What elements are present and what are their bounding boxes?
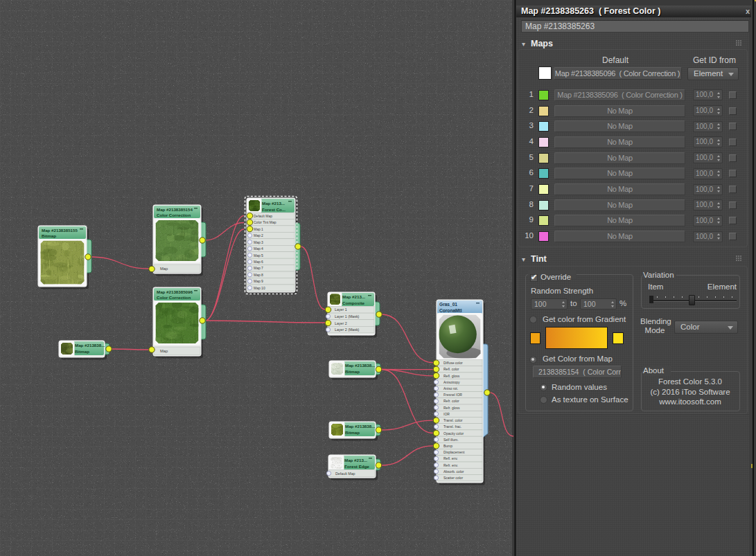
svg-text:Map: Map xyxy=(160,267,168,271)
svg-text:Forest Edge: Forest Edge xyxy=(344,464,369,469)
svg-text:Diffuse color: Diffuse color xyxy=(443,361,463,365)
svg-text:Refr. color: Refr. color xyxy=(443,399,459,403)
svg-text:Map 1: Map 1 xyxy=(254,227,263,231)
svg-text:Transl. color: Transl. color xyxy=(443,418,463,422)
svg-text:Refl. color: Refl. color xyxy=(443,367,459,371)
svg-text:Refr. env.: Refr. env. xyxy=(443,463,458,467)
svg-text:Map #213...: Map #213... xyxy=(262,201,285,206)
svg-text:Map: Map xyxy=(160,349,168,353)
svg-text:Map 9: Map 9 xyxy=(254,279,263,283)
svg-text:Default Map: Default Map xyxy=(254,214,272,218)
svg-text:Map 6: Map 6 xyxy=(254,260,263,264)
svg-text:Refr. gloss: Refr. gloss xyxy=(443,406,460,410)
svg-text:Opacity color: Opacity color xyxy=(443,431,464,436)
svg-text:Map 10: Map 10 xyxy=(254,286,265,290)
svg-text:Refl. gloss: Refl. gloss xyxy=(443,374,460,378)
svg-text:Map #213838...: Map #213838... xyxy=(345,424,376,429)
svg-text:Refl. env.: Refl. env. xyxy=(443,456,458,460)
svg-text:Color Tint Map: Color Tint Map xyxy=(254,220,276,224)
svg-text:Scatter color: Scatter color xyxy=(443,476,463,480)
svg-text:Composite: Composite xyxy=(342,301,365,305)
svg-text:Map 4: Map 4 xyxy=(254,246,263,251)
svg-text:Bitmap: Bitmap xyxy=(42,233,56,238)
svg-text:Layer 2: Layer 2 xyxy=(335,321,347,325)
svg-text:Absorb. color: Absorb. color xyxy=(443,469,464,474)
svg-text:Displacement: Displacement xyxy=(443,450,465,454)
svg-text:Map 8: Map 8 xyxy=(254,273,263,277)
svg-text:Fresnel IOR: Fresnel IOR xyxy=(443,393,462,397)
svg-text:Map #213838...: Map #213838... xyxy=(75,343,105,348)
svg-text:IOR: IOR xyxy=(443,412,450,416)
svg-text:Map #213838...: Map #213838... xyxy=(345,363,376,368)
svg-text:Aniso rot.: Aniso rot. xyxy=(443,386,458,391)
svg-text:Layer 2 (Mask): Layer 2 (Mask) xyxy=(335,328,360,332)
svg-text:Map 2: Map 2 xyxy=(254,233,263,237)
svg-text:Map #213...: Map #213... xyxy=(344,458,367,463)
svg-text:Default Map: Default Map xyxy=(335,472,355,476)
svg-text:CoronaMtl: CoronaMtl xyxy=(439,308,462,313)
svg-text:Bitmap: Bitmap xyxy=(345,369,360,374)
svg-text:Self illum.: Self illum. xyxy=(443,438,459,442)
svg-text:Map 7: Map 7 xyxy=(254,266,263,270)
svg-text:Bump: Bump xyxy=(443,444,452,448)
svg-text:Color Correction: Color Correction xyxy=(157,213,191,217)
svg-text:Forest Co...: Forest Co... xyxy=(262,207,285,212)
svg-text:Gras_01: Gras_01 xyxy=(439,302,457,307)
svg-text:Bitmap: Bitmap xyxy=(75,349,89,354)
svg-text:Transl. frac.: Transl. frac. xyxy=(443,424,461,429)
svg-text:Map #2138385155: Map #2138385155 xyxy=(42,228,78,233)
svg-text:Map 5: Map 5 xyxy=(254,253,263,258)
svg-text:Layer 1 (Mask): Layer 1 (Mask) xyxy=(335,314,360,319)
svg-text:Color Correction: Color Correction xyxy=(157,295,191,300)
svg-text:Anisotropy: Anisotropy xyxy=(443,380,460,384)
svg-text:Map #2138385096: Map #2138385096 xyxy=(157,289,193,294)
svg-text:Map #213...: Map #213... xyxy=(342,294,365,299)
svg-text:Layer 1: Layer 1 xyxy=(335,307,347,312)
svg-text:Bitmap: Bitmap xyxy=(345,430,360,435)
svg-text:Map 3: Map 3 xyxy=(254,240,263,244)
svg-text:Map #2138385154: Map #2138385154 xyxy=(157,207,193,212)
